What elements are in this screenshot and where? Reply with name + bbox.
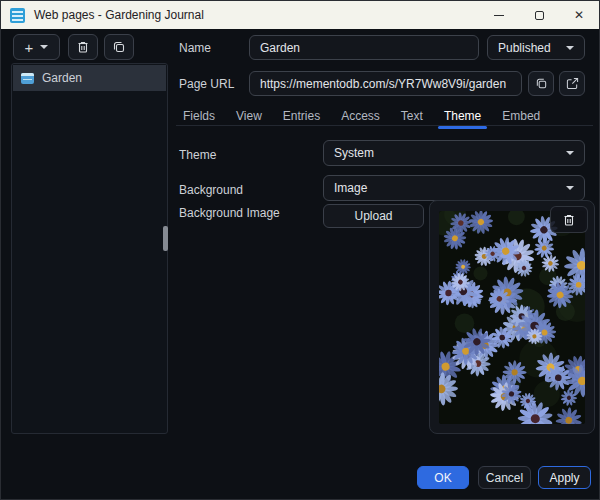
chevron-down-icon [40, 45, 48, 49]
minimize-icon [494, 15, 504, 16]
tab-text[interactable]: Text [395, 105, 429, 126]
copy-url-button[interactable] [528, 71, 554, 96]
cancel-button[interactable]: Cancel [478, 466, 531, 489]
chevron-down-icon [566, 46, 574, 50]
tab-entries[interactable]: Entries [277, 105, 326, 126]
plus-icon: + [25, 39, 34, 56]
minimize-button[interactable] [479, 1, 519, 29]
theme-select[interactable]: System [323, 140, 585, 166]
maximize-button[interactable] [519, 1, 559, 29]
remove-image-button[interactable] [550, 206, 588, 233]
open-url-button[interactable] [559, 71, 585, 96]
status-select[interactable]: Published [487, 35, 585, 60]
copy-icon [535, 77, 548, 90]
sidebar-splitter-handle[interactable] [163, 226, 168, 251]
close-button[interactable]: ✕ [559, 1, 599, 29]
tab-access[interactable]: Access [335, 105, 386, 126]
copy-icon [112, 40, 126, 54]
page-icon [21, 73, 34, 84]
tab-theme[interactable]: Theme [438, 105, 487, 126]
close-icon: ✕ [574, 8, 584, 22]
app-icon [10, 8, 25, 23]
window-title: Web pages - Gardening Journal [34, 8, 204, 22]
delete-page-button[interactable] [68, 34, 98, 60]
ok-button[interactable]: OK [417, 466, 469, 489]
background-image-preview [439, 211, 585, 424]
trash-icon [562, 213, 576, 227]
name-label: Name [179, 41, 211, 55]
theme-label: Theme [179, 148, 216, 162]
add-page-button[interactable]: + [13, 34, 60, 60]
chevron-down-icon [566, 151, 574, 155]
list-item-label: Garden [42, 71, 82, 85]
pages-list: Garden [11, 63, 168, 434]
name-input[interactable]: Garden [249, 35, 479, 60]
tab-fields[interactable]: Fields [177, 105, 221, 126]
apply-button[interactable]: Apply [538, 466, 591, 489]
tab-embed[interactable]: Embed [496, 105, 546, 126]
duplicate-page-button[interactable] [104, 34, 134, 60]
background-image-label: Background Image [179, 206, 280, 220]
list-item-garden[interactable]: Garden [13, 65, 166, 91]
app-window: Web pages - Gardening Journal ✕ + Garden… [0, 0, 600, 500]
background-image-card [429, 200, 595, 434]
trash-icon [76, 40, 90, 54]
upload-button[interactable]: Upload [323, 204, 424, 228]
background-select[interactable]: Image [323, 175, 585, 201]
page-url-input[interactable]: https://mementodb.com/s/YR7Ww8V9i/garden [249, 71, 522, 96]
titlebar: Web pages - Gardening Journal ✕ [1, 1, 599, 29]
background-label: Background [179, 183, 243, 197]
tab-view[interactable]: View [230, 105, 268, 126]
page-url-label: Page URL [179, 77, 234, 91]
maximize-icon [535, 11, 544, 20]
tab-bar: Fields View Entries Access Text Theme Em… [177, 105, 546, 126]
external-link-icon [566, 77, 579, 90]
tabs-divider [176, 125, 593, 126]
chevron-down-icon [566, 186, 574, 190]
